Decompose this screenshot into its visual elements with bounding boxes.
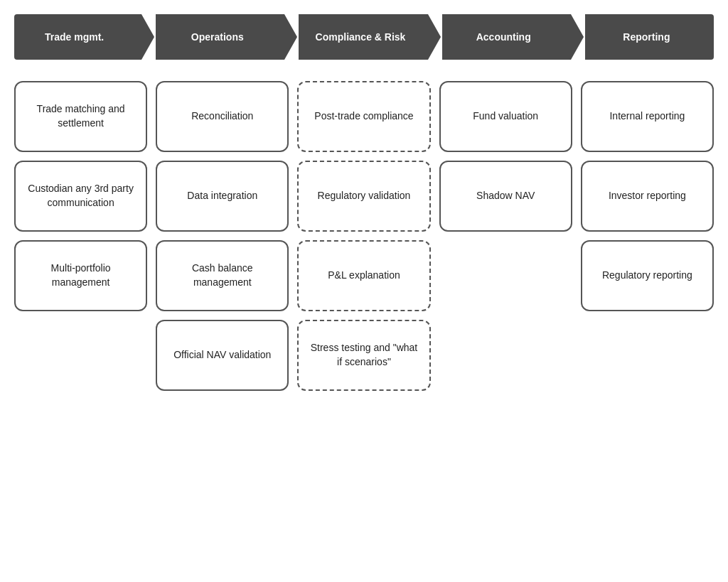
card-post-trade: Post-trade compliance <box>297 81 430 152</box>
card-multi-portfolio: Multi-portfolio management <box>14 240 147 311</box>
header-compliance-risk: Compliance & Risk <box>286 14 427 60</box>
card-official-nav: Official NAV validation <box>156 320 289 391</box>
col-accounting: Fund valuationShadow NAV <box>439 81 572 232</box>
card-shadow-nav: Shadow NAV <box>439 161 572 232</box>
col-reporting: Internal reportingInvestor reportingRegu… <box>581 81 714 311</box>
card-fund-valuation: Fund valuation <box>439 81 572 152</box>
header-reporting: Reporting <box>572 14 714 60</box>
card-regulatory-validation: Regulatory validation <box>297 161 430 232</box>
card-investor-reporting: Investor reporting <box>581 161 714 232</box>
card-stress-testing: Stress testing and "what if scenarios" <box>297 320 430 391</box>
header-trade-mgmt: Trade mgmt. <box>14 14 141 60</box>
main-grid: Trade matching and settlementCustodian a… <box>14 81 714 391</box>
card-data-integration: Data integration <box>156 161 289 232</box>
header-banner-row: Trade mgmt.OperationsCompliance & RiskAc… <box>14 14 714 60</box>
col-compliance-risk: Post-trade complianceRegulatory validati… <box>297 81 430 391</box>
card-cash-balance: Cash balance management <box>156 240 289 311</box>
header-accounting: Accounting <box>429 14 571 60</box>
card-pl-explanation: P&L explanation <box>297 240 430 311</box>
card-reconciliation: Reconciliation <box>156 81 289 152</box>
card-trade-matching: Trade matching and settlement <box>14 81 147 152</box>
card-custodian: Custodian any 3rd party communication <box>14 161 147 232</box>
col-trade-mgmt: Trade matching and settlementCustodian a… <box>14 81 147 311</box>
header-operations: Operations <box>143 14 284 60</box>
card-regulatory-reporting: Regulatory reporting <box>581 240 714 311</box>
col-operations: ReconciliationData integrationCash balan… <box>156 81 289 391</box>
card-internal-reporting: Internal reporting <box>581 81 714 152</box>
